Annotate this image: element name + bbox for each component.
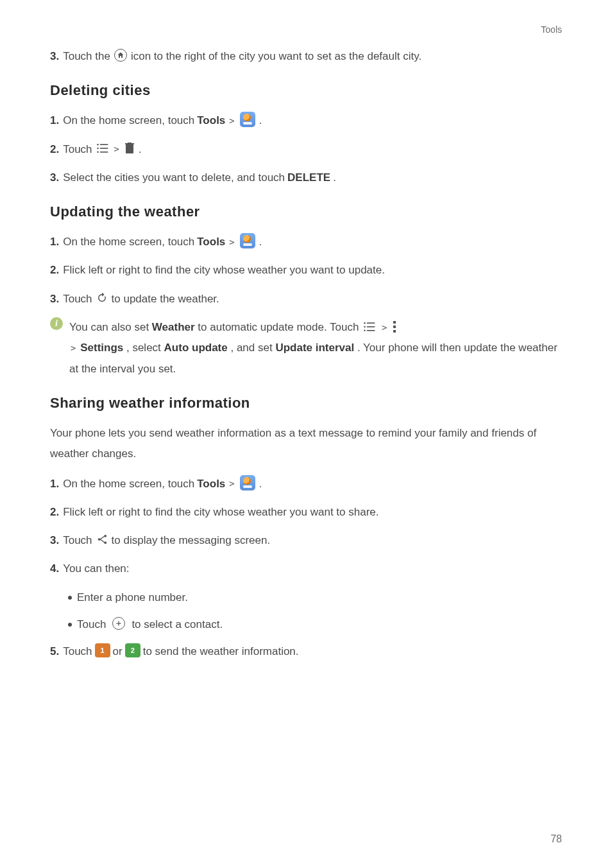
sharing-step-1: 1. On the home screen, touch Tools > . [50,474,562,494]
sharing-step-2: 2. Flick left or right to find the city … [50,502,562,523]
step-text: to send the weather information. [143,641,299,662]
breadcrumb-separator: > [228,475,235,492]
step-text: . [259,474,262,494]
svg-point-18 [98,538,100,541]
step-text: . [333,168,336,188]
bullet-icon [68,623,72,627]
sharing-step-4: 4. You can then: [50,559,562,579]
svg-rect-16 [393,326,396,328]
deleting-step-1: 1. On the home screen, touch Tools > . [50,110,562,131]
bullet-icon [68,596,72,600]
svg-point-20 [104,542,106,544]
overflow-menu-icon [393,320,396,333]
refresh-icon [96,292,108,304]
heading-updating-weather: Updating the weather [50,204,562,220]
update-interval-label: Update interval [275,342,354,354]
list-icon [96,143,109,154]
sharing-intro: Your phone lets you send weather informa… [50,423,562,465]
bullet-enter-phone: Enter a phone number. [68,587,562,608]
step-text: On the home screen, touch [63,110,194,131]
step-text: Touch [63,139,92,160]
svg-rect-1 [99,144,108,145]
svg-point-19 [104,535,106,537]
page-number: 78 [550,833,562,845]
set-default-city-step: 3. Touch the icon to the right of the ci… [50,46,562,67]
step-text: You can then: [63,559,129,579]
sim2-icon: 2 [125,643,140,657]
step-text: Touch [63,289,92,309]
deleting-step-2: 2. Touch > . [50,139,562,160]
step-number: 1. [50,110,59,131]
svg-rect-17 [393,330,396,333]
step-text: to update the weather. [112,289,219,309]
delete-label: DELETE [287,168,330,188]
step-number: 1. [50,474,59,494]
tools-label: Tools [197,474,225,494]
step-number: 5. [50,641,59,662]
step-text: Flick left or right to find the city who… [63,260,385,281]
step-text: . [259,110,262,131]
step-number: 3. [50,289,59,309]
step-text: . [259,232,262,252]
svg-rect-15 [393,321,396,324]
step-number: 1. [50,232,59,252]
step-number: 3. [50,530,59,551]
svg-rect-12 [367,326,375,327]
weather-label: Weather [152,321,195,333]
info-text: , and set [230,342,275,354]
step-number: 3. [50,46,59,67]
svg-point-2 [97,147,99,149]
step-number: 2. [50,139,59,160]
tools-label: Tools [197,232,225,252]
weather-app-icon [240,475,255,490]
step-number: 3. [50,168,59,188]
breadcrumb-separator: > [69,343,77,353]
svg-rect-10 [367,322,375,324]
step-text: Touch the [63,46,110,67]
breadcrumb-separator: > [380,322,388,333]
svg-rect-5 [99,152,108,153]
step-text: Flick left or right to find the city who… [63,502,378,523]
svg-point-11 [364,326,366,327]
step-text: Touch [63,641,92,662]
sharing-step-5: 5. Touch 1 or 2 to send the weather info… [50,641,562,662]
bullet-text: to select a contact. [132,614,223,635]
breadcrumb-separator: > [228,234,235,251]
step-text: On the home screen, touch [63,474,194,494]
weather-app-icon [240,112,255,127]
info-text: to automatic update mode. Touch [198,321,362,333]
updating-step-2: 2. Flick left or right to find the city … [50,260,562,281]
updating-step-3: 3. Touch to update the weather. [50,289,562,309]
step-text: Touch [63,530,92,551]
bullet-text: Touch [77,614,106,635]
svg-rect-14 [367,330,375,331]
svg-point-4 [97,151,99,153]
step-number: 4. [50,559,59,579]
svg-rect-8 [125,143,134,144]
info-icon: i [50,317,63,330]
breadcrumb-separator: > [113,141,121,158]
header-section-label: Tools [50,24,562,35]
step-text: . [139,139,142,160]
home-icon [114,49,127,62]
heading-sharing-weather: Sharing weather information [50,395,562,412]
sim1-icon: 1 [95,643,110,657]
sharing-step-3: 3. Touch to display the messaging screen… [50,530,562,551]
svg-point-13 [364,329,366,331]
list-icon [363,321,376,333]
svg-point-0 [97,144,99,146]
info-text: You can also set [69,321,152,333]
svg-point-9 [364,322,366,324]
svg-rect-3 [99,148,108,149]
add-contact-icon [112,617,125,630]
bullet-select-contact: Touch to select a contact. [68,614,562,635]
heading-deleting-cities: Deleting cities [50,82,562,99]
step-text: Select the cities you want to delete, an… [63,168,285,188]
auto-update-label: Auto update [164,342,228,354]
info-text: , select [126,342,164,354]
deleting-step-3: 3. Select the cities you want to delete,… [50,168,562,188]
step-number: 2. [50,502,59,523]
settings-label: Settings [80,342,123,354]
breadcrumb-separator: > [228,112,235,130]
step-text: icon to the right of the city you want t… [131,46,421,67]
